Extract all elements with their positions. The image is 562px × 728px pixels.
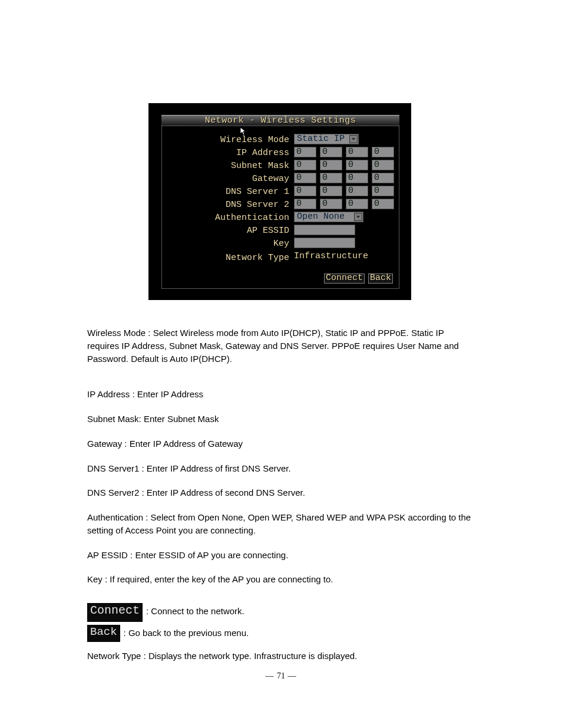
ip-address-octet-1[interactable]: 0: [294, 147, 316, 157]
dialog-body: Wireless Mode Static IP IP Address 0: [161, 125, 399, 289]
desc-authentication: Authentication : Select from Open None, …: [87, 511, 476, 537]
page-number: — 71 —: [0, 671, 562, 681]
desc-network-type: Network Type : Displays the network type…: [87, 650, 476, 663]
label-dns1: DNS Server 1: [160, 187, 289, 197]
back-button-image: Back: [87, 625, 120, 642]
dns2-octet-4[interactable]: 0: [372, 199, 394, 209]
back-button-image-label: Back: [90, 625, 117, 638]
row-network-type: Network Type Infrastructure: [162, 251, 399, 264]
connect-button-label: Connect: [326, 273, 363, 283]
row-dns2: DNS Server 2 0 0 0 0: [162, 198, 399, 211]
ip-address-octet-3[interactable]: 0: [346, 147, 368, 157]
subnet-mask-octet-3[interactable]: 0: [346, 160, 368, 170]
gateway-octet-2[interactable]: 0: [320, 173, 342, 183]
dns2-octet-2[interactable]: 0: [320, 199, 342, 209]
label-subnet-mask: Subnet Mask: [160, 161, 289, 171]
ip-address-octet-2[interactable]: 0: [320, 147, 342, 157]
authentication-dropdown[interactable]: Open None: [294, 212, 363, 222]
back-button-label: Back: [370, 273, 391, 283]
label-key: Key: [160, 239, 289, 249]
label-network-type: Network Type: [160, 253, 289, 263]
desc-dns2: DNS Server2 : Enter IP Address of second…: [87, 486, 476, 499]
dns1-fields: 0 0 0 0: [294, 186, 394, 196]
dns2-fields: 0 0 0 0: [294, 199, 394, 209]
dns1-octet-1[interactable]: 0: [294, 186, 316, 196]
row-subnet-mask: Subnet Mask 0 0 0 0: [162, 159, 399, 172]
label-wireless-mode: Wireless Mode: [160, 135, 289, 145]
ip-address-octet-4[interactable]: 0: [372, 147, 394, 157]
ap-essid-input[interactable]: [294, 225, 355, 235]
row-key: Key: [162, 237, 399, 250]
connect-button-image: Connect: [87, 603, 143, 622]
row-ip-address: IP Address 0 0 0 0: [162, 146, 399, 159]
desc-connect-text: : Connect to the network.: [146, 603, 244, 619]
subnet-mask-octet-2[interactable]: 0: [320, 160, 342, 170]
gateway-octet-1[interactable]: 0: [294, 173, 316, 183]
connect-button-image-label: Connect: [90, 604, 140, 617]
back-button[interactable]: Back: [368, 274, 393, 284]
row-ap-essid: AP ESSID: [162, 224, 399, 237]
dns1-octet-4[interactable]: 0: [372, 186, 394, 196]
dialog-title: Network - Wireless Settings: [161, 116, 399, 126]
desc-back-text: : Go back to the previous menu.: [124, 625, 249, 641]
label-ap-essid: AP ESSID: [160, 226, 289, 236]
wireless-settings-screenshot: Network - Wireless Settings Wireless Mod…: [148, 103, 411, 300]
label-gateway: Gateway: [160, 174, 289, 184]
row-gateway: Gateway 0 0 0 0: [162, 172, 399, 185]
label-ip-address: IP Address: [160, 148, 289, 158]
desc-subnet-mask: Subnet Mask: Enter Subnet Mask: [87, 413, 476, 426]
dns1-octet-3[interactable]: 0: [346, 186, 368, 196]
chevron-down-icon: [354, 213, 362, 221]
desc-dns1: DNS Server1 : Enter IP Address of first …: [87, 462, 476, 475]
label-dns2: DNS Server 2: [160, 200, 289, 210]
subnet-mask-octet-1[interactable]: 0: [294, 160, 316, 170]
row-authentication: Authentication Open None: [162, 211, 399, 224]
row-dns1: DNS Server 1 0 0 0 0: [162, 185, 399, 198]
desc-connect-row: Connect : Connect to the network.: [87, 603, 244, 622]
desc-key: Key : If required, enter the key of the …: [87, 573, 476, 586]
wireless-mode-dropdown[interactable]: Static IP: [294, 134, 359, 144]
ip-address-fields: 0 0 0 0: [294, 147, 394, 157]
desc-ap-essid: AP ESSID : Enter ESSID of AP you are con…: [87, 549, 476, 562]
desc-wireless-mode: Wireless Mode : Select Wireless mode fro…: [87, 327, 476, 365]
connect-button[interactable]: Connect: [324, 274, 365, 284]
subnet-mask-fields: 0 0 0 0: [294, 160, 394, 170]
dns1-octet-2[interactable]: 0: [320, 186, 342, 196]
subnet-mask-octet-4[interactable]: 0: [372, 160, 394, 170]
label-authentication: Authentication: [160, 213, 289, 223]
gateway-octet-4[interactable]: 0: [372, 173, 394, 183]
desc-ip-address: IP Address : Enter IP Address: [87, 388, 476, 401]
wireless-mode-value: Static IP: [295, 134, 347, 144]
row-wireless-mode: Wireless Mode Static IP: [162, 133, 399, 146]
authentication-value: Open None: [295, 212, 347, 222]
dns2-octet-3[interactable]: 0: [346, 199, 368, 209]
gateway-fields: 0 0 0 0: [294, 173, 394, 183]
network-type-value: Infrastructure: [294, 251, 368, 261]
dns2-octet-1[interactable]: 0: [294, 199, 316, 209]
desc-back-row: Back : Go back to the previous menu.: [87, 625, 249, 642]
chevron-down-icon: [349, 135, 358, 143]
desc-gateway: Gateway : Enter IP Address of Gateway: [87, 437, 476, 450]
key-input[interactable]: [294, 238, 355, 248]
gateway-octet-3[interactable]: 0: [346, 173, 368, 183]
